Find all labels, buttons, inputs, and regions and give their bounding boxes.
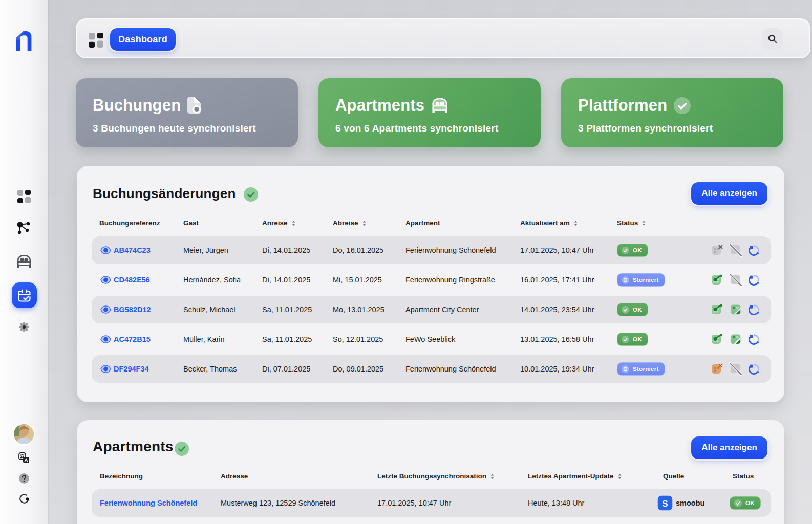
svg-text:S: S <box>662 499 668 509</box>
